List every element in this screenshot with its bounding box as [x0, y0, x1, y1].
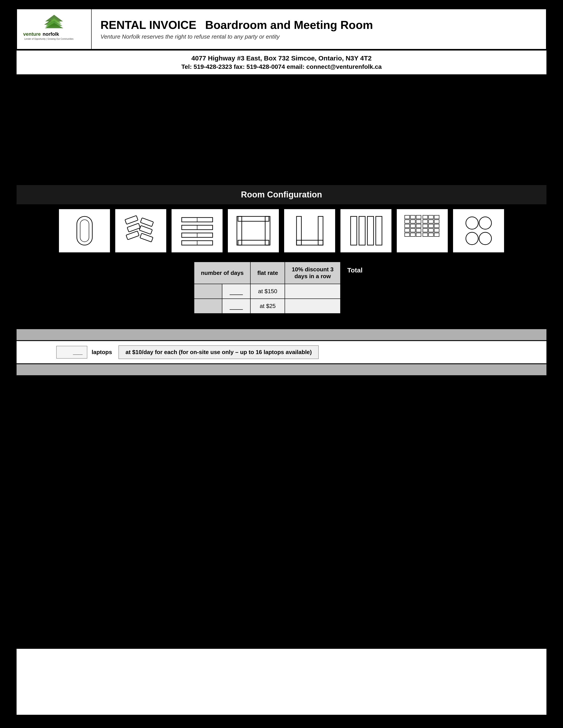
room-icon-rows	[171, 209, 223, 253]
svg-rect-29	[265, 216, 270, 245]
svg-rect-38	[411, 215, 415, 219]
address-line2: Tel: 519-428-2323 fax: 519-428-0074 emai…	[21, 63, 542, 70]
room-icon-hollow-square	[227, 209, 279, 253]
page: venture norfolk Lender of Opportunity | …	[17, 9, 546, 715]
svg-rect-57	[434, 220, 439, 223]
svg-rect-63	[434, 229, 439, 232]
svg-rect-55	[423, 220, 428, 223]
header-main-title: RENTAL INVOICE Boardroom and Meeting Roo…	[100, 18, 537, 32]
svg-rect-46	[405, 229, 410, 232]
svg-rect-61	[423, 229, 428, 232]
svg-rect-16	[126, 231, 139, 240]
svg-rect-47	[411, 229, 415, 232]
rate-1: at $150	[250, 284, 285, 299]
svg-rect-11	[80, 220, 89, 242]
discount-2	[285, 299, 340, 313]
pricing-section: number of days flat rate 10% discount 3d…	[17, 257, 546, 323]
pricing-row-1: at $150	[194, 284, 341, 299]
svg-rect-15	[139, 225, 152, 234]
svg-rect-56	[429, 220, 433, 223]
svg-rect-28	[237, 216, 242, 245]
col-flat-rate: flat rate	[250, 262, 285, 284]
svg-rect-50	[411, 233, 415, 236]
pricing-table-wrap: number of days flat rate 10% discount 3d…	[194, 262, 369, 314]
laptop-description: at $10/day for each (for on-site use onl…	[118, 345, 319, 359]
svg-rect-41	[411, 220, 415, 223]
svg-rect-35	[368, 216, 374, 245]
svg-point-69	[466, 232, 478, 245]
room-icon-classroom-scattered	[115, 209, 167, 253]
laptop-row-footer	[17, 364, 546, 375]
svg-rect-17	[140, 233, 153, 242]
room-config-header: Room Configuration	[17, 185, 546, 204]
laptops-label: laptops	[92, 349, 112, 356]
laptops-quantity-input[interactable]: ___	[56, 346, 87, 358]
laptop-section: ___ laptops at $10/day for each (for on-…	[17, 329, 546, 384]
svg-rect-31	[318, 216, 323, 245]
bottom-black-space	[17, 384, 546, 649]
logo-section: venture norfolk Lender of Opportunity | …	[17, 9, 92, 49]
svg-rect-49	[405, 233, 410, 236]
svg-rect-48	[416, 229, 421, 232]
address-bar: 4077 Highway #3 East, Box 732 Simcoe, On…	[17, 50, 546, 75]
svg-rect-32	[297, 240, 323, 245]
pricing-row-2: at $25	[194, 299, 341, 313]
pricing-table: number of days flat rate 10% discount 3d…	[194, 262, 341, 314]
svg-point-70	[479, 232, 492, 245]
svg-rect-33	[351, 216, 357, 245]
svg-rect-65	[429, 233, 433, 236]
svg-rect-34	[359, 216, 365, 245]
svg-rect-40	[405, 220, 410, 223]
header-title-section: RENTAL INVOICE Boardroom and Meeting Roo…	[92, 9, 546, 49]
room-type-1	[194, 284, 222, 299]
room-title: Boardroom and Meeting Room	[205, 18, 373, 32]
svg-point-67	[466, 217, 478, 229]
svg-rect-59	[429, 224, 433, 228]
laptop-row-content: ___ laptops at $10/day for each (for on-…	[17, 341, 546, 363]
svg-rect-60	[434, 224, 439, 228]
svg-rect-58	[423, 224, 428, 228]
total-label: Total	[341, 263, 369, 278]
svg-rect-64	[423, 233, 428, 236]
col-discount: 10% discount 3days in a row	[285, 262, 340, 284]
svg-point-68	[479, 217, 492, 229]
svg-text:Lender of Opportunity | Growin: Lender of Opportunity | Growing Our Comm…	[24, 38, 73, 40]
discount-1	[285, 284, 340, 299]
svg-rect-39	[416, 215, 421, 219]
header: venture norfolk Lender of Opportunity | …	[17, 9, 546, 50]
svg-rect-52	[423, 215, 428, 219]
room-icon-u-shape	[284, 209, 336, 253]
days-input-1[interactable]	[222, 284, 250, 299]
room-type-2	[194, 299, 222, 313]
svg-rect-53	[429, 215, 433, 219]
rate-2: at $25	[250, 299, 285, 313]
laptop-row-header	[17, 329, 546, 340]
svg-rect-51	[416, 233, 421, 236]
svg-text:venture: venture	[23, 31, 41, 37]
address-line1: 4077 Highway #3 East, Box 732 Simcoe, On…	[21, 54, 542, 62]
svg-rect-14	[140, 218, 153, 226]
days-input-2[interactable]	[222, 299, 250, 313]
room-icon-round-tables	[453, 209, 505, 253]
svg-rect-37	[405, 215, 410, 219]
svg-rect-27	[238, 240, 269, 245]
header-subtitle: Venture Norfolk reserves the right to re…	[100, 33, 537, 40]
room-icon-columns	[340, 209, 392, 253]
svg-rect-45	[416, 224, 421, 228]
svg-rect-10	[77, 216, 92, 245]
svg-rect-12	[125, 216, 138, 224]
black-spacer	[17, 75, 546, 181]
svg-text:norfolk: norfolk	[43, 31, 59, 37]
svg-rect-26	[238, 216, 269, 221]
room-icons-row	[17, 204, 546, 257]
room-icon-capsule	[58, 209, 110, 253]
room-icon-grid	[396, 209, 448, 253]
svg-rect-36	[376, 216, 382, 245]
room-configuration-section: Room Configuration	[17, 181, 546, 329]
svg-rect-30	[297, 216, 302, 245]
svg-rect-42	[416, 220, 421, 223]
svg-rect-44	[411, 224, 415, 228]
svg-rect-13	[127, 223, 140, 232]
svg-rect-43	[405, 224, 410, 228]
svg-rect-62	[429, 229, 433, 232]
